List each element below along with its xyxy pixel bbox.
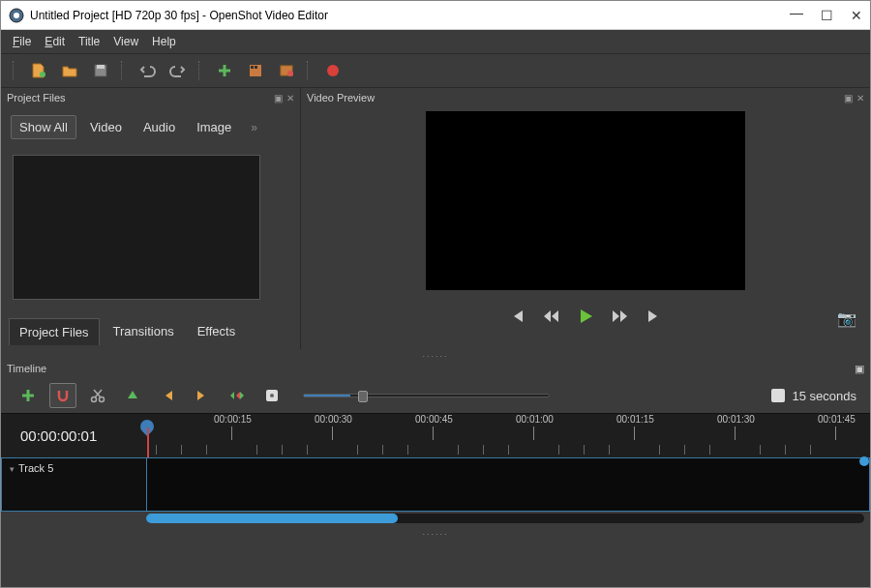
menu-file[interactable]: File xyxy=(13,35,31,48)
redo-button[interactable] xyxy=(167,60,189,81)
panel-detach-icon[interactable]: ▣ xyxy=(274,93,283,103)
jump-end-button[interactable] xyxy=(646,308,664,325)
ruler-tick: 00:00:15 xyxy=(214,414,252,440)
app-logo-icon xyxy=(9,8,24,23)
menu-view[interactable]: View xyxy=(113,35,138,48)
filter-image[interactable]: Image xyxy=(189,116,239,138)
ruler-tick: 00:01:15 xyxy=(616,414,654,440)
svg-point-9 xyxy=(287,71,293,76)
scrollbar-thumb[interactable] xyxy=(146,514,398,523)
center-playhead-button[interactable] xyxy=(224,383,251,408)
prev-marker-button[interactable] xyxy=(154,383,181,408)
horizontal-scrollbar[interactable] xyxy=(146,514,864,523)
svg-rect-4 xyxy=(97,65,105,69)
fast-forward-button[interactable] xyxy=(612,308,629,325)
tab-project-files[interactable]: Project Files xyxy=(9,318,100,345)
add-track-button[interactable] xyxy=(15,383,42,408)
panel-detach-icon[interactable]: ▣ xyxy=(844,93,853,103)
ruler-tick: 00:00:45 xyxy=(415,414,453,440)
timeline-ruler[interactable]: 00:00:1500:00:3000:00:4500:01:0000:01:15… xyxy=(146,414,870,457)
track-header[interactable]: ▾Track 5 xyxy=(1,457,146,512)
timeline-toolbar: 15 seconds xyxy=(1,378,870,413)
svg-rect-7 xyxy=(255,66,257,69)
video-preview-canvas xyxy=(426,111,745,290)
panel-close-icon[interactable]: ✕ xyxy=(856,93,864,103)
zoom-slider[interactable] xyxy=(303,394,550,397)
filter-more-icon[interactable]: » xyxy=(251,121,257,134)
track-lane[interactable] xyxy=(146,457,870,512)
menu-help[interactable]: Help xyxy=(152,35,176,48)
zoom-indicator-icon xyxy=(771,389,785,402)
timeline-title: Timeline xyxy=(7,363,46,374)
track-name: Track 5 xyxy=(18,462,53,474)
play-button[interactable] xyxy=(577,308,594,325)
svg-point-10 xyxy=(327,65,339,76)
ruler-tick: 00:00:30 xyxy=(315,414,352,440)
menu-title[interactable]: Title xyxy=(78,35,100,48)
panel-resize-handle[interactable]: ...... xyxy=(1,349,870,359)
svg-point-1 xyxy=(14,13,19,18)
rewind-button[interactable] xyxy=(542,308,559,325)
title-bar: Untitled Project [HD 720p 30 fps] - Open… xyxy=(1,1,870,30)
save-project-button[interactable] xyxy=(90,60,111,81)
svg-point-2 xyxy=(40,72,45,77)
project-files-title: Project Files xyxy=(7,92,66,103)
toolbar-separator xyxy=(198,61,204,80)
svg-rect-6 xyxy=(251,66,254,69)
undo-button[interactable] xyxy=(136,60,158,81)
timecode-display[interactable]: 00:00:00:01 xyxy=(1,414,146,457)
ruler-tick: 00:01:00 xyxy=(516,414,554,440)
close-button[interactable]: ✕ xyxy=(851,10,862,21)
snapshot-icon[interactable]: 📷 xyxy=(837,309,856,328)
track-collapse-icon[interactable]: ▾ xyxy=(10,464,15,474)
filter-tabs: Show All Video Audio Image » xyxy=(1,107,300,147)
zoom-slider-handle[interactable] xyxy=(358,391,368,402)
toolbar-separator xyxy=(307,61,313,80)
timeline-settings-button[interactable] xyxy=(258,383,285,408)
panel-resize-handle[interactable]: ...... xyxy=(1,527,870,537)
panel-detach-icon[interactable]: ▣ xyxy=(855,363,864,375)
filter-show-all[interactable]: Show All xyxy=(11,115,76,139)
marker-button[interactable] xyxy=(119,383,146,408)
vertical-scrollbar[interactable] xyxy=(859,456,869,466)
export-button[interactable] xyxy=(322,60,344,81)
video-preview-title: Video Preview xyxy=(307,92,375,103)
maximize-button[interactable]: ☐ xyxy=(821,10,833,21)
minimize-button[interactable]: — xyxy=(790,7,803,18)
toolbar-separator xyxy=(13,61,18,80)
filter-audio[interactable]: Audio xyxy=(135,116,183,138)
project-files-area[interactable] xyxy=(13,155,260,300)
menu-bar: File Edit Title View Help xyxy=(1,30,870,53)
profile-button[interactable] xyxy=(245,60,266,81)
tab-effects[interactable]: Effects xyxy=(188,318,246,345)
ruler-tick: 00:01:30 xyxy=(717,414,755,440)
main-toolbar xyxy=(1,53,870,88)
zoom-label: 15 seconds xyxy=(793,389,857,403)
import-files-button[interactable] xyxy=(214,60,235,81)
open-project-button[interactable] xyxy=(59,60,80,81)
svg-point-14 xyxy=(270,394,274,397)
tab-transitions[interactable]: Transitions xyxy=(104,318,184,345)
filter-video[interactable]: Video xyxy=(82,116,130,138)
next-marker-button[interactable] xyxy=(189,383,216,408)
ruler-tick: 00:01:45 xyxy=(818,414,856,440)
toolbar-separator xyxy=(121,61,127,80)
snap-button[interactable] xyxy=(49,383,76,408)
razor-button[interactable] xyxy=(84,383,111,408)
fullscreen-button[interactable] xyxy=(276,60,297,81)
panel-close-icon[interactable]: ✕ xyxy=(286,93,294,103)
jump-start-button[interactable] xyxy=(507,308,525,325)
window-title: Untitled Project [HD 720p 30 fps] - Open… xyxy=(30,9,790,22)
new-project-button[interactable] xyxy=(28,60,49,81)
menu-edit[interactable]: Edit xyxy=(45,35,65,48)
